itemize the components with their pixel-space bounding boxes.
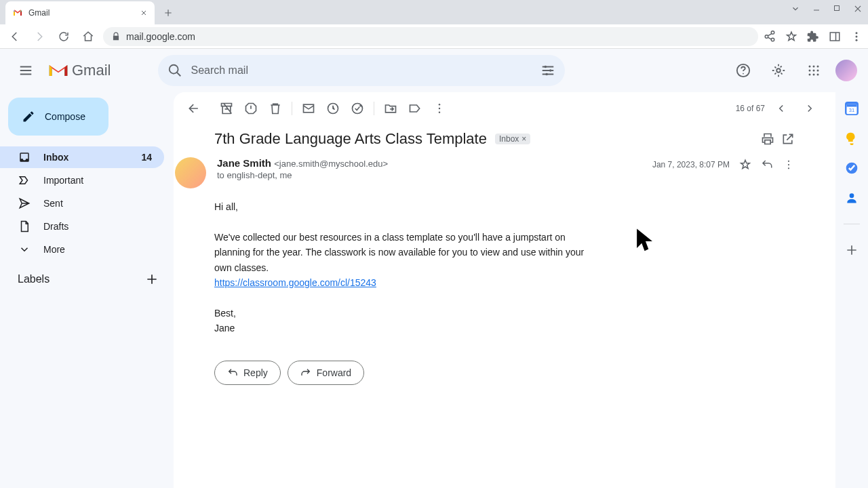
forward-button[interactable] <box>30 27 49 46</box>
svg-point-29 <box>788 167 789 169</box>
recipients-line[interactable]: to english-dept, me <box>217 170 642 180</box>
support-button[interactable] <box>730 57 757 84</box>
delete-button[interactable] <box>263 96 288 121</box>
tab-bar: Gmail <box>0 0 868 24</box>
sidebar-item-label: Inbox <box>43 152 68 163</box>
browser-tab[interactable]: Gmail <box>5 1 155 24</box>
sender-avatar[interactable] <box>175 157 206 188</box>
account-avatar[interactable] <box>835 60 857 81</box>
message-subject: 7th Grade Language Arts Class Template <box>214 130 487 148</box>
app-body: Compose Inbox 14 Important Sent Drafts <box>0 92 868 488</box>
gmail-app: Gmail Compose Inbox 14 <box>0 49 868 488</box>
reload-button[interactable] <box>54 27 73 46</box>
browser-chrome: Gmail mail.google.com <box>0 0 868 49</box>
svg-rect-1 <box>830 33 840 41</box>
add-to-tasks-button[interactable] <box>345 96 370 121</box>
compose-button[interactable]: Compose <box>8 98 108 136</box>
chrome-menu-icon[interactable] <box>850 30 863 43</box>
app-header: Gmail <box>0 49 868 92</box>
side-panel-icon[interactable] <box>829 30 841 43</box>
svg-point-28 <box>788 164 789 165</box>
apps-button[interactable] <box>800 57 827 84</box>
lock-icon <box>111 32 121 41</box>
sender-row: Jane Smith <jane.smith@myschool.edu> to … <box>174 157 795 188</box>
home-button[interactable] <box>79 27 98 46</box>
star-icon[interactable] <box>785 30 797 43</box>
report-spam-button[interactable] <box>239 96 263 121</box>
message-toolbar: 16 of 67 <box>174 92 835 125</box>
sidebar-item-important[interactable]: Important <box>0 169 164 191</box>
keep-app-icon[interactable] <box>845 131 859 145</box>
reply-icon <box>227 367 238 378</box>
message-body: Hi all, We've collected our best resourc… <box>214 199 594 336</box>
main-menu-button[interactable] <box>11 56 41 85</box>
sidebar-item-drafts[interactable]: Drafts <box>0 216 164 237</box>
older-button[interactable] <box>797 96 822 121</box>
inbox-icon <box>18 151 31 163</box>
move-to-button[interactable] <box>378 96 403 121</box>
more-actions-button[interactable] <box>427 96 452 121</box>
sent-icon <box>18 197 31 209</box>
new-tab-button[interactable] <box>159 3 178 22</box>
add-app-button[interactable] <box>845 243 859 257</box>
reply-button[interactable]: Reply <box>214 361 281 385</box>
search-icon <box>167 63 182 78</box>
extensions-icon[interactable] <box>807 30 819 43</box>
share-icon[interactable] <box>764 30 776 43</box>
back-button[interactable] <box>5 27 24 46</box>
sidebar-item-more[interactable]: More <box>0 239 164 260</box>
sidebar-item-sent[interactable]: Sent <box>0 192 164 214</box>
svg-point-27 <box>788 161 789 162</box>
address-bar[interactable]: mail.google.com <box>103 27 758 46</box>
sidebar-item-inbox[interactable]: Inbox 14 <box>0 146 164 168</box>
inbox-label-chip[interactable]: Inbox× <box>495 134 530 144</box>
newer-button[interactable] <box>769 96 793 121</box>
maximize-icon[interactable] <box>833 4 841 14</box>
close-icon[interactable] <box>853 4 863 14</box>
sidebar: Compose Inbox 14 Important Sent Drafts <box>0 92 174 488</box>
svg-point-4 <box>856 39 858 41</box>
tasks-app-icon[interactable] <box>845 161 859 175</box>
main-content: 16 of 67 7th Grade Language Arts Class T… <box>174 92 835 488</box>
star-message-button[interactable] <box>739 159 751 171</box>
print-button[interactable] <box>761 132 774 146</box>
add-label-button[interactable] <box>145 272 159 286</box>
svg-point-8 <box>546 73 549 76</box>
chevron-down-icon[interactable] <box>791 4 800 14</box>
archive-button[interactable] <box>214 96 239 121</box>
classroom-link[interactable]: https://classroom.google.com/cl/15243 <box>214 277 376 288</box>
remove-label-icon[interactable]: × <box>521 134 526 144</box>
inbox-count: 14 <box>141 152 152 163</box>
search-options-icon[interactable] <box>540 63 555 78</box>
logo-text: Gmail <box>72 62 111 79</box>
svg-point-26 <box>439 112 441 114</box>
svg-point-2 <box>856 32 858 34</box>
calendar-app-icon[interactable]: 31 <box>845 102 859 115</box>
mark-unread-button[interactable] <box>296 96 321 121</box>
labels-button[interactable] <box>403 96 427 121</box>
svg-point-16 <box>813 70 815 72</box>
settings-button[interactable] <box>765 57 792 84</box>
message-more-button[interactable] <box>783 159 795 171</box>
gmail-logo[interactable]: Gmail <box>47 61 111 80</box>
snooze-button[interactable] <box>321 96 345 121</box>
svg-text:31: 31 <box>849 107 854 113</box>
forward-button[interactable]: Forward <box>288 361 364 385</box>
svg-rect-31 <box>847 104 857 106</box>
tab-close-icon[interactable] <box>140 9 148 17</box>
search-input[interactable] <box>191 64 532 77</box>
open-new-window-button[interactable] <box>781 132 795 146</box>
svg-point-7 <box>549 69 552 72</box>
reply-icon-button[interactable] <box>761 159 773 171</box>
back-to-inbox-button[interactable] <box>182 96 206 121</box>
svg-point-10 <box>743 73 744 75</box>
svg-point-14 <box>817 66 819 68</box>
url-text: mail.google.com <box>126 31 195 42</box>
contacts-app-icon[interactable] <box>845 191 859 205</box>
search-bar[interactable] <box>158 55 565 86</box>
sidebar-item-label: Drafts <box>43 221 68 232</box>
minimize-icon[interactable] <box>812 4 821 14</box>
sender-name-line: Jane Smith <jane.smith@myschool.edu> <box>217 157 642 169</box>
gmail-favicon-icon <box>12 7 23 18</box>
svg-point-15 <box>809 70 811 72</box>
